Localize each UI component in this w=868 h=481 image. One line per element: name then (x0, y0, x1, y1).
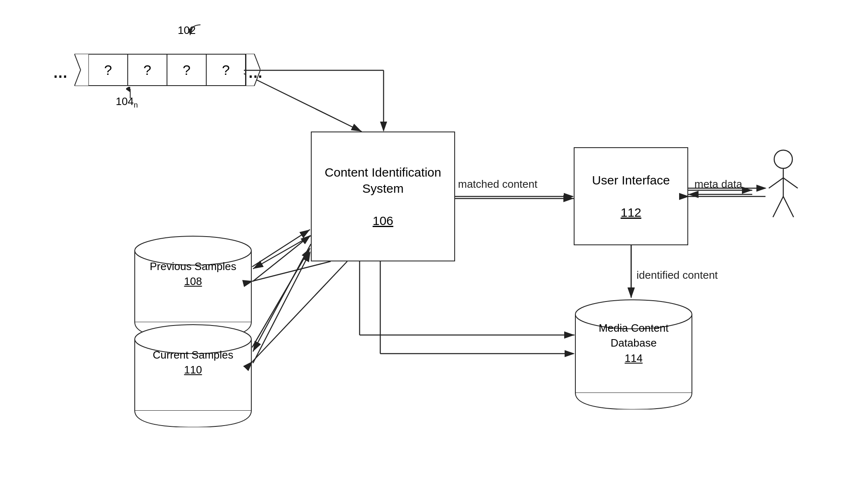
svg-line-2 (244, 74, 362, 132)
meta-data-label: meta data (694, 178, 742, 191)
svg-line-28 (773, 196, 783, 217)
film-left-notch (74, 54, 89, 86)
current-samples-cylinder: Current Samples 110 (134, 323, 252, 427)
identified-content-label: identified content (637, 269, 718, 282)
ellipsis-right: … (248, 64, 263, 81)
svg-point-24 (774, 150, 792, 168)
media-db-label: Media Content Database (599, 322, 668, 349)
svg-line-26 (769, 178, 783, 188)
svg-marker-14 (74, 54, 89, 86)
film-cell-4: ? (207, 54, 246, 86)
matched-content-label: matched content (458, 178, 537, 191)
media-db-cylinder: Media Content Database 114 (575, 298, 693, 409)
102-arrow-curve (188, 23, 213, 43)
film-cell-1: ? (89, 54, 128, 86)
ui-ref: 112 (620, 204, 641, 220)
svg-line-7 (253, 236, 311, 269)
svg-line-10 (252, 248, 310, 347)
film-cell-3: ? (167, 54, 207, 86)
cis-label: Content Identification System (312, 164, 454, 196)
film-cell-2: ? (128, 54, 167, 86)
104n-arrow (126, 87, 134, 99)
cis-ref: 106 (372, 213, 393, 229)
stickman (765, 149, 802, 225)
prev-samples-label: Previous Samples (150, 260, 236, 273)
svg-line-29 (783, 196, 794, 217)
svg-line-27 (783, 178, 798, 188)
media-db-ref: 114 (625, 352, 642, 364)
prev-samples-ref: 108 (184, 275, 202, 287)
diagram: 102 … ? ? ? ? … 104n (0, 0, 868, 481)
curr-samples-label: Current Samples (153, 349, 233, 361)
stickman-svg (765, 149, 802, 223)
ui-box: User Interface 112 (574, 147, 688, 245)
ellipsis-left: … (53, 64, 68, 81)
ui-label: User Interface (592, 172, 670, 188)
film-strip: ? ? ? ? (74, 54, 260, 86)
cis-box: Content Identification System 106 (311, 132, 455, 261)
curr-samples-ref: 110 (184, 364, 202, 376)
